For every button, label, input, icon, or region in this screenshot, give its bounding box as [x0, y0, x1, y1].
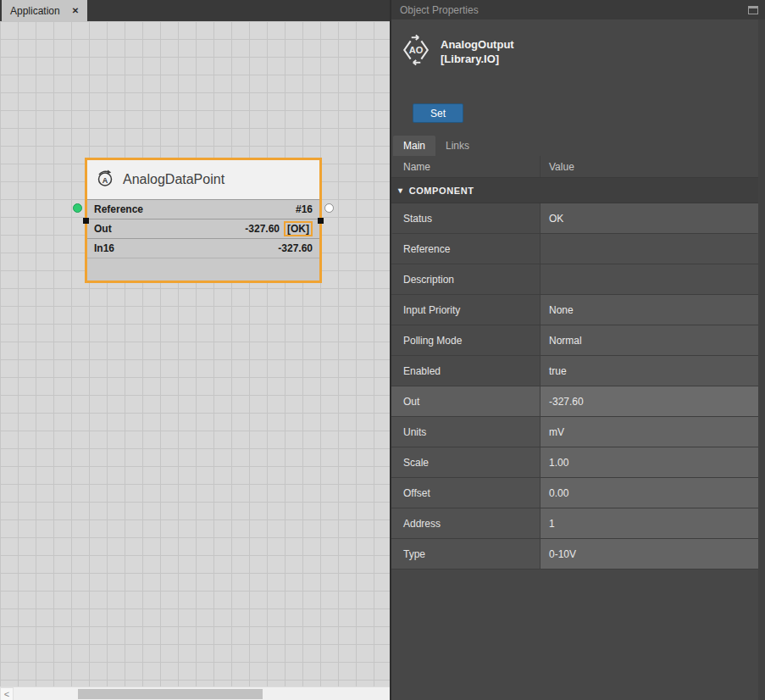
tab-label: Application [10, 5, 60, 17]
resize-handle-left[interactable] [83, 218, 89, 224]
column-header-name: Name [391, 156, 540, 177]
analog-point-icon: A [96, 169, 114, 191]
property-row-status[interactable]: Status OK [391, 203, 758, 234]
object-library: [Library.IO] [441, 52, 514, 66]
column-header-value: Value [540, 156, 758, 177]
properties-table: Name Value ▾ COMPONENT Status OK Referen… [391, 156, 758, 569]
block-header[interactable]: A AnalogDataPoint [87, 160, 319, 199]
svg-text:A: A [103, 176, 108, 185]
property-row-offset[interactable]: Offset 0.00 [391, 478, 758, 508]
property-row-scale[interactable]: Scale 1.00 [391, 447, 758, 478]
property-value[interactable]: 0.00 [540, 478, 758, 508]
property-name: Enabled [391, 356, 540, 386]
group-label: COMPONENT [409, 186, 474, 196]
property-name: Scale [391, 447, 540, 477]
property-row-enabled[interactable]: Enabled true [391, 356, 758, 386]
analog-output-icon: AO [400, 34, 432, 69]
property-name: Input Priority [391, 295, 540, 325]
property-value[interactable]: None [540, 295, 758, 325]
slot-value: -327.60 [OK] [245, 221, 313, 236]
panel-header: Object Properties [391, 0, 765, 19]
property-value[interactable]: OK [540, 203, 758, 233]
property-name: Out [391, 386, 540, 416]
slot-name: Reference [94, 203, 143, 215]
property-name: Description [391, 264, 540, 294]
slot-value-number: -327.60 [245, 223, 280, 235]
property-row-out[interactable]: Out -327.60 [391, 386, 758, 417]
block-row-out[interactable]: Out -327.60 [OK] [87, 219, 319, 238]
property-name: Offset [391, 478, 540, 508]
property-value[interactable] [540, 264, 758, 294]
property-name: Polling Mode [391, 325, 540, 355]
object-name: AnalogOutput [441, 37, 514, 52]
resize-handle-right[interactable] [318, 218, 324, 224]
document-tabbar: Application ✕ [0, 0, 391, 21]
block-row-in16[interactable]: In16 -327.60 [87, 238, 319, 258]
property-row-input-priority[interactable]: Input Priority None [391, 295, 758, 325]
property-row-type[interactable]: Type 0-10V [391, 539, 758, 569]
property-value[interactable]: mV [540, 417, 758, 447]
property-name: Reference [391, 234, 540, 264]
property-value[interactable]: 0-10V [540, 539, 758, 569]
property-row-polling-mode[interactable]: Polling Mode Normal [391, 325, 758, 356]
input-port[interactable] [73, 203, 82, 213]
object-header: AO AnalogOutput [Library.IO] [400, 34, 514, 69]
property-name: Type [391, 539, 540, 569]
property-row-units[interactable]: Units mV [391, 417, 758, 447]
group-component[interactable]: ▾ COMPONENT [391, 178, 758, 203]
output-port[interactable] [324, 203, 334, 213]
slot-name: In16 [94, 242, 114, 254]
property-value[interactable] [540, 234, 758, 264]
set-button[interactable]: Set [413, 103, 463, 123]
property-name: Address [391, 508, 540, 538]
tab-application[interactable]: Application ✕ [2, 0, 87, 21]
dock-icon[interactable] [748, 6, 758, 14]
panel-right-strip [758, 19, 765, 700]
table-header: Name Value [391, 156, 758, 178]
property-value[interactable]: -327.60 [540, 386, 758, 416]
tab-links[interactable]: Links [435, 136, 480, 156]
horizontal-scrollbar[interactable]: < [0, 686, 391, 700]
analog-datapoint-block[interactable]: A AnalogDataPoint Reference #16 Out -327… [85, 158, 322, 283]
slot-value: -327.60 [278, 242, 313, 254]
diagram-pane: Application ✕ A AnalogDataPoint [0, 0, 391, 700]
slot-value: #16 [296, 203, 313, 215]
property-row-reference[interactable]: Reference [391, 234, 758, 264]
application-window: Application ✕ A AnalogDataPoint [0, 0, 765, 700]
properties-tabs: Main Links [393, 134, 480, 156]
status-ok-badge: [OK] [284, 221, 313, 236]
slot-name: Out [94, 223, 112, 235]
object-properties-panel: Object Properties AO AnalogOutput [Libra… [391, 0, 765, 700]
scroll-left-arrow-icon[interactable]: < [0, 687, 14, 700]
tab-main[interactable]: Main [393, 136, 435, 156]
property-value[interactable]: Normal [540, 325, 758, 355]
property-name: Units [391, 417, 540, 447]
property-name: Status [391, 203, 540, 233]
svg-text:AO: AO [409, 45, 424, 55]
scrollbar-thumb[interactable] [78, 689, 263, 699]
property-row-description[interactable]: Description [391, 264, 758, 295]
property-value[interactable]: 1.00 [540, 447, 758, 477]
collapse-arrow-icon[interactable]: ▾ [398, 186, 403, 195]
block-title: AnalogDataPoint [123, 172, 225, 187]
wiresheet-canvas[interactable]: A AnalogDataPoint Reference #16 Out -327… [0, 21, 391, 686]
property-row-address[interactable]: Address 1 [391, 508, 758, 539]
panel-title: Object Properties [400, 4, 479, 16]
block-row-reference[interactable]: Reference #16 [87, 199, 319, 219]
close-icon[interactable]: ✕ [72, 6, 79, 15]
property-value[interactable]: true [540, 356, 758, 386]
block-footer [87, 258, 319, 281]
property-value[interactable]: 1 [540, 508, 758, 538]
